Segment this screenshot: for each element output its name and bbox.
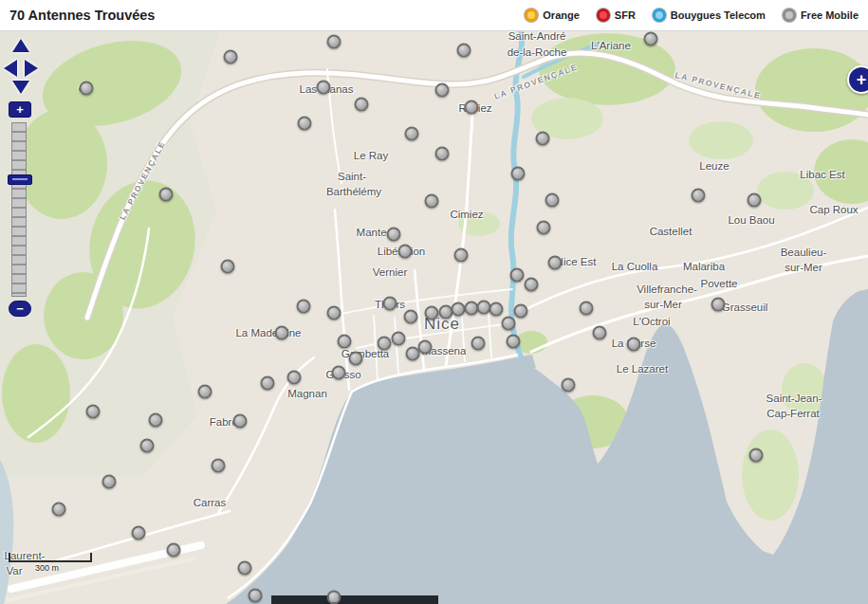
antenna-marker[interactable] <box>627 338 641 352</box>
antenna-marker[interactable] <box>238 561 252 576</box>
antenna-marker[interactable] <box>221 260 235 274</box>
scale-line <box>9 553 92 562</box>
antenna-marker[interactable] <box>383 297 397 311</box>
zoom-slider-track[interactable] <box>11 122 27 297</box>
antenna-marker[interactable] <box>748 193 762 208</box>
zoom-slider-handle[interactable] <box>8 174 32 185</box>
legend-item-orange[interactable]: Orange <box>525 9 580 22</box>
antenna-map-app: 70 Antennes Trouvées OrangeSFRBouygues T… <box>0 0 868 604</box>
antenna-marker[interactable] <box>536 132 550 146</box>
zoom-out-button[interactable]: − <box>9 301 31 317</box>
antenna-marker[interactable] <box>327 35 342 49</box>
results-header: 70 Antennes Trouvées OrangeSFRBouygues T… <box>0 0 868 31</box>
antenna-marker[interactable] <box>404 310 418 324</box>
antenna-marker[interactable] <box>465 101 479 115</box>
legend-item-sfr[interactable]: SFR <box>597 9 636 22</box>
antenna-marker[interactable] <box>511 167 526 181</box>
map-viewport[interactable]: Saint-Andréde-la-RocheL'ArianeLas Planas… <box>0 31 868 604</box>
legend-item-bouygues[interactable]: Bouygues Telecom <box>653 9 766 22</box>
antenna-marker[interactable] <box>212 459 226 473</box>
antenna-marker[interactable] <box>545 193 560 208</box>
antenna-marker[interactable] <box>692 189 706 203</box>
antenna-marker[interactable] <box>327 591 342 604</box>
legend-label: Free Mobile <box>801 9 859 21</box>
pan-west-icon[interactable] <box>4 60 17 77</box>
antenna-marker[interactable] <box>392 332 406 346</box>
antenna-marker[interactable] <box>454 248 469 263</box>
legend-label: SFR <box>615 9 636 21</box>
antenna-marker[interactable] <box>261 376 275 391</box>
antenna-marker[interactable] <box>298 117 312 131</box>
antenna-marker[interactable] <box>249 589 263 603</box>
antenna-marker[interactable] <box>435 147 450 161</box>
legend: OrangeSFRBouygues TelecomFree Mobile <box>525 9 859 22</box>
antenna-marker[interactable] <box>418 340 433 355</box>
antenna-marker[interactable] <box>514 304 528 319</box>
antenna-marker[interactable] <box>749 448 764 463</box>
legend-label: Orange <box>543 9 580 21</box>
sfr-marker-icon <box>597 9 610 22</box>
antenna-marker[interactable] <box>406 347 420 361</box>
antenna-marker[interactable] <box>159 188 174 202</box>
antenna-marker[interactable] <box>435 83 450 98</box>
antenna-marker[interactable] <box>349 352 363 366</box>
antenna-marker[interactable] <box>562 378 576 393</box>
scale-bar: 300 m <box>9 553 92 573</box>
antenna-marker[interactable] <box>425 306 439 320</box>
antenna-marker[interactable] <box>167 543 181 558</box>
orange-marker-icon <box>525 9 538 22</box>
bouygues-marker-icon <box>653 9 666 22</box>
antenna-marker[interactable] <box>149 413 163 428</box>
pan-zoom-control: + − <box>4 39 38 333</box>
antenna-marker[interactable] <box>711 298 726 312</box>
antenna-marker[interactable] <box>80 82 94 96</box>
pan-south-icon[interactable] <box>12 81 29 94</box>
antenna-marker[interactable] <box>580 302 594 316</box>
antenna-marker[interactable] <box>405 127 419 141</box>
antenna-marker[interactable] <box>233 414 248 429</box>
antenna-marker[interactable] <box>327 306 342 320</box>
antenna-marker[interactable] <box>507 335 521 349</box>
antenna-marker[interactable] <box>510 268 525 283</box>
results-count-title: 70 Antennes Trouvées <box>9 8 155 23</box>
scale-label: 300 m <box>35 563 92 573</box>
antenna-marker[interactable] <box>297 300 311 314</box>
antenna-marker[interactable] <box>537 221 551 235</box>
pan-north-icon[interactable] <box>12 39 29 52</box>
expand-button[interactable]: + <box>847 65 868 94</box>
antenna-marker[interactable] <box>378 337 392 351</box>
antenna-marker[interactable] <box>52 503 66 517</box>
antenna-marker[interactable] <box>452 302 466 317</box>
antenna-marker[interactable] <box>140 439 155 453</box>
free-marker-icon <box>783 9 796 22</box>
antenna-marker[interactable] <box>593 326 607 340</box>
antenna-marker[interactable] <box>398 245 413 259</box>
antenna-marker[interactable] <box>132 526 146 540</box>
antenna-marker[interactable] <box>102 475 117 489</box>
antenna-marker[interactable] <box>275 326 289 340</box>
antenna-marker[interactable] <box>489 302 504 317</box>
attribution-strip <box>271 595 438 604</box>
legend-item-free[interactable]: Free Mobile <box>783 9 859 22</box>
antenna-marker[interactable] <box>644 32 658 46</box>
antenna-marker[interactable] <box>425 194 439 209</box>
zoom-in-button[interactable]: + <box>9 101 31 118</box>
antenna-marker[interactable] <box>287 371 302 385</box>
antenna-marker[interactable] <box>387 228 401 242</box>
antenna-marker[interactable] <box>338 335 352 349</box>
antenna-marker[interactable] <box>471 337 486 351</box>
antenna-marker[interactable] <box>525 278 539 292</box>
antenna-marker[interactable] <box>502 317 516 331</box>
antenna-marker[interactable] <box>548 256 563 270</box>
legend-label: Bouygues Telecom <box>671 9 766 21</box>
pan-east-icon[interactable] <box>25 60 38 77</box>
antenna-marker[interactable] <box>86 405 101 419</box>
antenna-marker[interactable] <box>355 98 369 112</box>
antenna-marker[interactable] <box>457 44 471 58</box>
antenna-marker[interactable] <box>224 50 238 64</box>
antenna-marker[interactable] <box>332 366 346 380</box>
antenna-marker[interactable] <box>198 385 212 399</box>
antenna-marker[interactable] <box>317 81 331 95</box>
